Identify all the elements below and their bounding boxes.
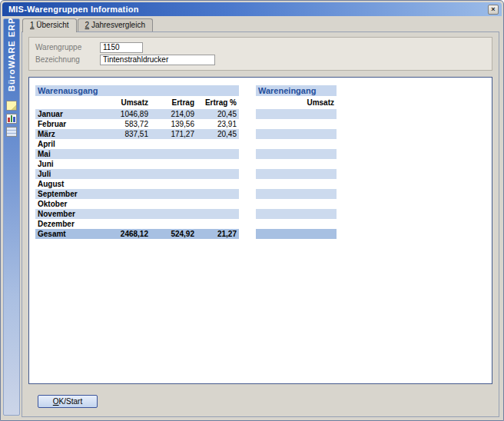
row-month-label: Juni: [35, 160, 95, 168]
wareneingang-row: [256, 129, 337, 139]
row-month-label: Oktober: [35, 200, 95, 208]
wareneingang-row: [256, 199, 337, 209]
note-icon[interactable]: [6, 101, 17, 111]
close-icon: ×: [491, 5, 495, 13]
warenausgang-row: Juni: [35, 159, 239, 169]
wareneingang-row: [256, 169, 337, 179]
tab-uebersicht[interactable]: 1 Übersicht: [22, 18, 77, 32]
warenausgang-table: Warenausgang Umsatz Ertrag Ertrag % Janu…: [35, 85, 239, 239]
tab-jahresvergleich[interactable]: 2 Jahresvergleich: [78, 18, 153, 31]
wareneingang-title: Wareneingang: [258, 86, 316, 95]
cell-ertrag-pct: 20,45: [197, 110, 239, 118]
wareneingang-row: [256, 109, 337, 119]
bezeichnung-label: Bezeichnung: [35, 55, 100, 64]
row-month-label: Juli: [35, 170, 95, 178]
column-umsatz: Umsatz: [95, 98, 151, 107]
warenausgang-title: Warenausgang: [38, 86, 98, 95]
window-title: MIS-Warengruppen Information: [8, 5, 488, 14]
cell-ertrag-pct: 20,45: [197, 130, 239, 138]
cell-umsatz: 583,72: [95, 120, 151, 128]
warenausgang-row: März837,51171,2720,45: [35, 129, 239, 139]
chart-icon[interactable]: [6, 114, 17, 124]
titlebar[interactable]: MIS-Warengruppen Information ×: [2, 2, 502, 16]
mis-warengruppen-window: MIS-Warengruppen Information × BüroWARE …: [0, 0, 504, 421]
tab-label: 1 Übersicht: [30, 21, 69, 29]
cell-ertrag: 171,27: [151, 130, 197, 138]
warenausgang-row: Februar583,72139,5623,91: [35, 119, 239, 129]
wareneingang-row: [256, 219, 337, 229]
tab-bar: 1 Übersicht2 Jahresvergleich: [22, 18, 499, 31]
wareneingang-row: [256, 149, 337, 159]
wareneingang-row: [256, 119, 337, 129]
column-ertrag-pct: Ertrag %: [197, 98, 239, 107]
cell-ertrag: 139,56: [151, 120, 197, 128]
wareneingang-header-band: Wareneingang: [256, 85, 337, 96]
ok-start-label: OK/Start: [53, 397, 82, 406]
wareneingang-row: [256, 229, 337, 239]
wareneingang-column-headers: Umsatz: [256, 97, 337, 108]
warenausgang-row: September: [35, 189, 239, 199]
cell-ertrag-pct: 23,91: [197, 120, 239, 128]
row-month-label: August: [35, 180, 95, 188]
warenausgang-column-headers: Umsatz Ertrag Ertrag %: [35, 97, 239, 108]
column-we-umsatz: Umsatz: [256, 98, 337, 107]
row-month-label: November: [35, 210, 95, 218]
cell-umsatz: 1046,89: [95, 110, 151, 118]
wareneingang-row: [256, 209, 337, 219]
column-ertrag: Ertrag: [151, 98, 197, 107]
warenausgang-row: August: [35, 179, 239, 189]
cell-umsatz: 2468,12: [95, 230, 151, 238]
warengruppe-input[interactable]: [100, 42, 143, 53]
row-month-label: April: [35, 140, 95, 148]
warenausgang-header-band: Warenausgang: [35, 85, 239, 96]
form-area: Warengruppe Bezeichnung: [28, 37, 492, 71]
warenausgang-row: November: [35, 209, 239, 219]
sidebar: BüroWARE ERP: [3, 18, 20, 416]
row-month-label: September: [35, 190, 95, 198]
ok-start-button[interactable]: OK/Start: [38, 395, 98, 408]
wareneingang-row: [256, 189, 337, 199]
cell-ertrag: 524,92: [151, 230, 197, 238]
wareneingang-row: [256, 179, 337, 189]
cell-ertrag-pct: 21,27: [197, 230, 239, 238]
bezeichnung-input[interactable]: [100, 55, 215, 65]
sidebar-toolbar: [6, 101, 17, 137]
data-panel: Warenausgang Umsatz Ertrag Ertrag % Janu…: [28, 77, 492, 384]
wareneingang-table: Wareneingang Umsatz: [256, 85, 337, 239]
grid-icon[interactable]: [6, 127, 17, 137]
warenausgang-row: Oktober: [35, 199, 239, 209]
warengruppe-label: Warengruppe: [35, 43, 100, 51]
uebersicht-tab-panel: Warengruppe Bezeichnung Warenausgang: [22, 31, 499, 417]
cell-ertrag: 214,09: [151, 110, 197, 118]
row-month-label: Januar: [35, 110, 95, 118]
row-month-label: Dezember: [35, 220, 95, 228]
tab-label: 2 Jahresvergleich: [85, 21, 145, 29]
cell-umsatz: 837,51: [95, 130, 151, 138]
row-month-label: Februar: [35, 120, 95, 128]
brand-vertical-text: BüroWARE ERP: [7, 21, 16, 94]
close-button[interactable]: ×: [488, 5, 499, 15]
row-month-label: Gesamt: [35, 230, 95, 238]
warenausgang-row: Gesamt2468,12524,9221,27: [35, 229, 239, 239]
row-month-label: März: [35, 130, 95, 138]
warenausgang-row: Juli: [35, 169, 239, 179]
warenausgang-row: Januar1046,89214,0920,45: [35, 109, 239, 119]
warenausgang-row: April: [35, 139, 239, 149]
warenausgang-row: Mai: [35, 149, 239, 159]
warenausgang-row: Dezember: [35, 219, 239, 229]
wareneingang-row: [256, 139, 337, 149]
wareneingang-row: [256, 159, 337, 169]
row-month-label: Mai: [35, 150, 95, 158]
